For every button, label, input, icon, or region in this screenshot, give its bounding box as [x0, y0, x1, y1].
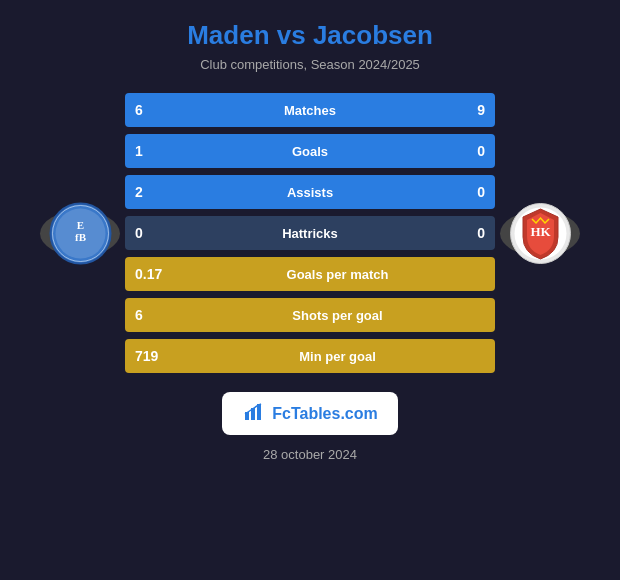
stats-container: 6 Matches 9 1 Goals 0 2 Assists 0	[125, 92, 495, 374]
stat-bar-hattricks: 0 Hattricks 0	[125, 216, 495, 250]
page-container: Maden vs Jacobsen Club competitions, Sea…	[0, 0, 620, 580]
matches-label: Matches	[170, 103, 450, 118]
stat-row-hattricks: 0 Hattricks 0	[125, 215, 495, 251]
left-oval: E fB	[40, 211, 120, 256]
shots-per-goal-value: 6	[125, 307, 180, 323]
page-subtitle: Club competitions, Season 2024/2025	[200, 57, 420, 72]
stat-bar-matches: 6 Matches 9	[125, 93, 495, 127]
hattricks-right-value: 0	[450, 225, 495, 241]
right-oval: HK	[500, 211, 580, 256]
page-title: Maden vs Jacobsen	[187, 20, 433, 51]
stat-bar-assists: 2 Assists 0	[125, 175, 495, 209]
shots-per-goal-label: Shots per goal	[180, 308, 495, 323]
left-team-logo: E fB	[35, 211, 125, 256]
stat-row-shots-per-goal: 6 Shots per goal	[125, 297, 495, 333]
stat-bar-shots-per-goal: 6 Shots per goal	[125, 298, 495, 332]
fctables-logo[interactable]: FcTables.com	[222, 392, 398, 435]
svg-text:HK: HK	[530, 224, 551, 239]
stat-row-assists: 2 Assists 0	[125, 174, 495, 210]
stat-row-matches: 6 Matches 9	[125, 92, 495, 128]
hk-logo-svg: HK	[508, 201, 573, 266]
svg-text:E: E	[76, 219, 83, 231]
stat-bar-goals-per-match: 0.17 Goals per match	[125, 257, 495, 291]
right-team-logo: HK	[495, 211, 585, 256]
stat-row-goals-per-match: 0.17 Goals per match	[125, 256, 495, 292]
fctables-brand-text: FcTables.com	[272, 405, 378, 423]
goals-per-match-label: Goals per match	[180, 267, 495, 282]
assists-right-value: 0	[450, 184, 495, 200]
stat-bar-goals: 1 Goals 0	[125, 134, 495, 168]
hattricks-left-value: 0	[125, 225, 170, 241]
goals-label: Goals	[170, 144, 450, 159]
fctables-icon-svg	[242, 400, 264, 422]
min-per-goal-label: Min per goal	[180, 349, 495, 364]
stat-row-min-per-goal: 719 Min per goal	[125, 338, 495, 374]
ejb-logo-svg: E fB	[48, 201, 113, 266]
goals-left-value: 1	[125, 143, 170, 159]
hattricks-label: Hattricks	[170, 226, 450, 241]
matches-right-value: 9	[450, 102, 495, 118]
goals-right-value: 0	[450, 143, 495, 159]
goals-per-match-value: 0.17	[125, 266, 180, 282]
assists-label: Assists	[170, 185, 450, 200]
stat-bar-min-per-goal: 719 Min per goal	[125, 339, 495, 373]
match-date: 28 october 2024	[263, 447, 357, 462]
min-per-goal-value: 719	[125, 348, 180, 364]
stat-row-goals: 1 Goals 0	[125, 133, 495, 169]
assists-left-value: 2	[125, 184, 170, 200]
matches-left-value: 6	[125, 102, 170, 118]
fctables-icon	[242, 400, 264, 427]
svg-text:fB: fB	[75, 231, 87, 243]
main-content: E fB 6 Matches 9 1 Goals	[10, 92, 610, 374]
